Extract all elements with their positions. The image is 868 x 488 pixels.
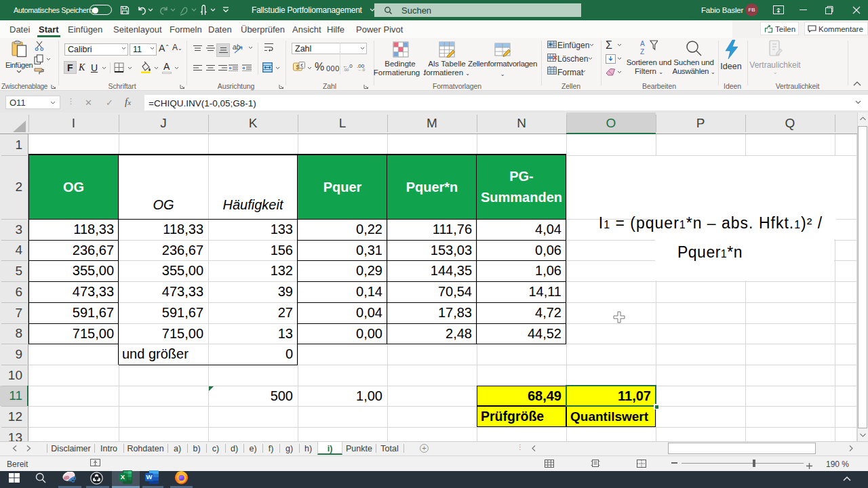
svg-text:Z: Z xyxy=(640,48,644,56)
svg-text:X: X xyxy=(121,473,125,481)
svg-text:W: W xyxy=(146,473,153,481)
svg-text:ab: ab xyxy=(233,43,241,51)
svg-text:€: € xyxy=(300,63,303,68)
svg-text:.00: .00 xyxy=(343,68,349,71)
svg-text:A: A xyxy=(640,40,645,47)
